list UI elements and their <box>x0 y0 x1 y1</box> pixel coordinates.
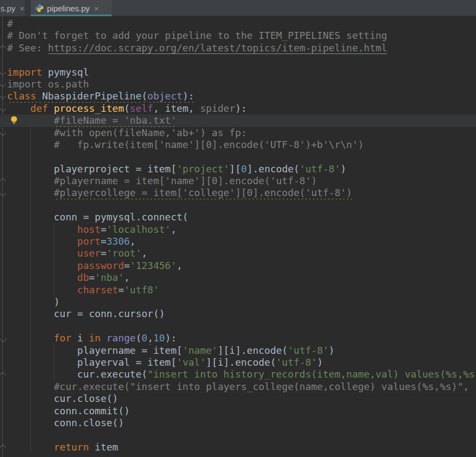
code-token: ][i].encode( <box>206 357 276 368</box>
code-token: = <box>89 272 95 283</box>
code-line[interactable]: playerval = item['val'][i].encode('utf-8… <box>0 357 476 368</box>
code-token: = item[ <box>135 345 182 356</box>
code-editor[interactable]: ## Don't forget to add your pipeline to … <box>0 16 476 457</box>
code-token: 0 <box>141 332 147 344</box>
code-line[interactable] <box>0 199 476 211</box>
code-token: import os.path <box>7 78 89 90</box>
close-icon[interactable]: × <box>20 4 25 12</box>
code-token: = <box>100 224 106 235</box>
code-token: = item[ <box>130 163 177 174</box>
code-token: 10 <box>153 332 165 344</box>
code-line[interactable]: #cur.execute("insert into players_colleg… <box>0 381 476 393</box>
code-area[interactable]: ## Don't forget to add your pipeline to … <box>0 18 476 453</box>
code-token: item <box>95 441 118 453</box>
editor-tab-bar: s.py × pipelines.py × <box>0 0 476 16</box>
code-line[interactable]: import pymysql <box>0 66 476 78</box>
code-token: cur.execute( <box>77 368 147 380</box>
code-line[interactable]: host='localhost', <box>0 224 476 236</box>
code-token: "insert into history_records(item,name,v… <box>147 368 476 380</box>
code-token: ][ <box>229 163 241 174</box>
code-line[interactable]: #playername = item['name'][0].encode('ut… <box>0 175 476 187</box>
code-token: 'nba' <box>95 272 124 283</box>
code-token: in <box>89 332 107 344</box>
code-line[interactable]: cur.close() <box>0 393 476 405</box>
code-line[interactable]: #fileName = 'nba.txt' <box>0 115 476 126</box>
code-line[interactable]: # See: https://doc.scrapy.org/en/latest/… <box>0 42 476 54</box>
code-line[interactable]: class NbaspiderPipeline(object): <box>0 90 476 102</box>
code-line[interactable]: conn.close() <box>0 417 476 429</box>
code-token: def <box>30 103 53 114</box>
code-line[interactable] <box>0 54 476 66</box>
code-token: port <box>77 236 100 247</box>
code-token: 3306 <box>106 236 130 247</box>
code-token <box>7 368 77 380</box>
code-token: #fileName = 'nba.txt' <box>54 115 177 126</box>
code-token: ): <box>182 90 194 102</box>
code-line[interactable]: conn = pymysql.connect( <box>0 211 476 223</box>
code-line[interactable]: return item <box>0 441 476 453</box>
code-token: password <box>77 260 124 271</box>
code-line[interactable]: port=3306, <box>0 236 476 247</box>
code-line[interactable]: #with open(fileName,'ab+') as fp: <box>0 127 476 139</box>
code-line[interactable]: charset='utf8' <box>0 284 476 296</box>
code-token: return <box>54 441 95 453</box>
code-token: 'name' <box>182 345 217 356</box>
code-token <box>7 345 77 356</box>
code-token: 'val' <box>176 357 206 368</box>
code-line[interactable]: cur.execute("insert into history_records… <box>0 368 476 380</box>
code-token <box>7 211 54 223</box>
code-line[interactable] <box>0 429 476 441</box>
code-token <box>7 139 54 150</box>
code-token: ): <box>235 103 247 114</box>
code-token <box>7 247 77 259</box>
code-line[interactable]: # Don't forget to add your pipeline to t… <box>0 30 476 42</box>
code-token: #with open(fileName,'ab+') as fp: <box>54 127 247 138</box>
code-line[interactable]: # fp.write(item['name'][0].encode('UTF-8… <box>0 139 476 151</box>
code-token: cur = conn.cursor() <box>54 308 165 319</box>
code-line[interactable]: for i in range(0,10): <box>0 332 476 344</box>
code-line[interactable]: playerproject = item['project'][0].encod… <box>0 163 476 175</box>
code-token: , <box>130 236 136 247</box>
code-line[interactable]: cur = conn.cursor() <box>0 308 476 320</box>
code-line[interactable]: ) <box>0 296 476 308</box>
code-token <box>7 187 54 198</box>
code-token: ( <box>141 90 147 102</box>
code-token <box>7 332 54 344</box>
python-icon <box>35 4 44 12</box>
code-line[interactable]: def process_item(self, item, spider): <box>0 103 476 115</box>
code-token: = <box>100 236 106 247</box>
code-token: 'root' <box>106 247 141 259</box>
code-token: = <box>124 260 130 271</box>
code-token: = item[ <box>130 357 177 368</box>
code-line[interactable] <box>0 320 476 332</box>
code-token: 'utf-8' <box>288 345 329 356</box>
intention-bulb-icon[interactable] <box>10 116 18 125</box>
tab-partial-py-file[interactable]: s.py × <box>0 0 25 16</box>
code-token <box>7 224 77 235</box>
tab-separator <box>25 0 31 16</box>
code-line[interactable]: #playercollege = item['college'][0].enco… <box>0 187 476 199</box>
code-token: # See: <box>7 42 48 53</box>
code-token: ) <box>317 357 323 368</box>
code-line[interactable]: playername = item['name'][i].encode('utf… <box>0 345 476 357</box>
code-token: 'utf8' <box>124 284 159 295</box>
code-token: #playername = item['name'][0].encode('ut… <box>54 175 317 186</box>
code-token: process_item <box>54 103 124 114</box>
tab-pipelines-py[interactable]: pipelines.py × <box>31 0 112 16</box>
code-token: db <box>77 272 89 283</box>
code-line[interactable]: # <box>0 18 476 30</box>
code-token: conn.close() <box>54 417 124 428</box>
code-line[interactable] <box>0 151 476 163</box>
code-token: conn = pymysql.connect( <box>54 211 188 223</box>
code-line[interactable]: password='123456', <box>0 260 476 272</box>
code-token: item <box>165 103 188 114</box>
code-line[interactable]: import os.path <box>0 78 476 90</box>
close-icon[interactable]: × <box>94 4 99 12</box>
code-line[interactable]: conn.commit() <box>0 405 476 417</box>
code-token <box>7 308 54 319</box>
code-line[interactable]: db='nba', <box>0 272 476 284</box>
code-token: self <box>130 103 153 114</box>
code-token: ][i].encode( <box>217 345 288 356</box>
code-line[interactable]: user='root', <box>0 247 476 259</box>
code-token <box>7 175 54 186</box>
